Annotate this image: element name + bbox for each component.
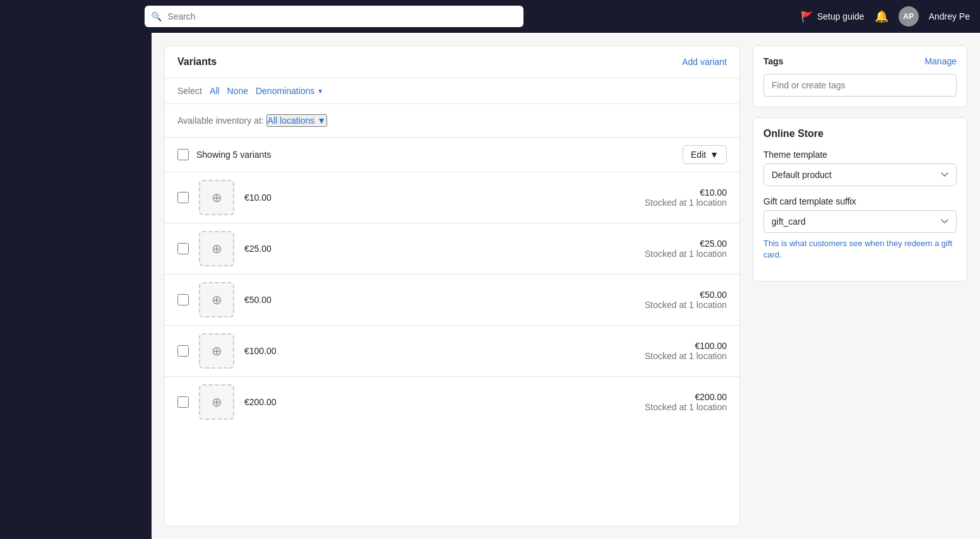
all-button[interactable]: All (210, 86, 220, 96)
image-placeholder-icon: ⊕ (212, 190, 222, 205)
theme-template-select[interactable]: Default product (763, 163, 957, 186)
variants-title: Variants (177, 56, 217, 68)
variant-stock-text-2: Stocked at 1 location (645, 249, 727, 259)
theme-template-group: Theme template Default product (763, 150, 957, 186)
image-placeholder-icon: ⊕ (212, 292, 222, 307)
variant-stock-3: €50.00 Stocked at 1 location (645, 290, 727, 310)
variant-stock-text-5: Stocked at 1 location (645, 402, 727, 412)
variant-image-5[interactable]: ⊕ (199, 384, 234, 420)
content-area: Variants Add variant Select All None Den… (152, 33, 980, 539)
denominations-label: Denominations (256, 86, 314, 96)
setup-guide-button[interactable]: 🚩 Setup guide (801, 11, 864, 23)
showing-text: Showing 5 variants (196, 150, 271, 160)
select-row: Select All None Denominations ▼ (165, 78, 739, 104)
theme-template-label: Theme template (763, 150, 957, 160)
setup-guide-label: Setup guide (817, 11, 864, 21)
variant-stock-2: €25.00 Stocked at 1 location (645, 239, 727, 259)
denominations-button[interactable]: Denominations ▼ (256, 86, 323, 96)
image-placeholder-icon: ⊕ (212, 343, 222, 358)
search-bar-container: 🔍 (145, 6, 523, 27)
variant-price-2: €25.00 (244, 244, 272, 254)
table-row: ⊕ €10.00 €10.00 Stocked at 1 location (165, 172, 739, 223)
inventory-prefix: Available inventory at: (177, 116, 264, 126)
variant-image-2[interactable]: ⊕ (199, 231, 234, 266)
variant-price-3: €50.00 (244, 295, 272, 305)
variant-stock-text-4: Stocked at 1 location (645, 351, 727, 361)
showing-row: Showing 5 variants Edit ▼ (165, 138, 739, 172)
top-navigation: 🔍 🚩 Setup guide 🔔 AP Andrey Pe (0, 0, 980, 33)
gift-card-hint: This is what customers see when they red… (763, 238, 957, 261)
tags-card: Tags Manage (753, 45, 967, 107)
variant-stock-1: €10.00 Stocked at 1 location (645, 187, 727, 208)
right-panel: Tags Manage Online Store Theme template … (753, 45, 967, 526)
main-layout: Variants Add variant Select All None Den… (0, 33, 980, 539)
tags-title: Tags (763, 56, 784, 66)
avatar-initials: AP (903, 12, 914, 21)
variant-price-right-4: €100.00 (645, 341, 727, 351)
variant-checkbox-1[interactable] (177, 192, 189, 203)
bell-icon[interactable]: 🔔 (875, 9, 888, 23)
table-row: ⊕ €50.00 €50.00 Stocked at 1 location (165, 275, 739, 326)
showing-left: Showing 5 variants (177, 149, 271, 160)
select-label: Select (177, 86, 202, 96)
variant-checkbox-2[interactable] (177, 243, 189, 254)
variant-checkbox-5[interactable] (177, 396, 189, 408)
variant-price-4: €100.00 (244, 346, 277, 356)
gift-card-suffix-label: Gift card template suffix (763, 196, 957, 206)
manage-button[interactable]: Manage (924, 56, 957, 66)
tags-input[interactable] (763, 74, 957, 97)
variant-image-1[interactable]: ⊕ (199, 180, 234, 215)
image-placeholder-icon: ⊕ (212, 241, 222, 256)
variant-stock-text-3: Stocked at 1 location (645, 300, 727, 310)
variant-price-right-5: €200.00 (645, 392, 727, 402)
variants-header: Variants Add variant (165, 46, 739, 78)
none-button[interactable]: None (227, 86, 248, 96)
edit-label: Edit (691, 150, 706, 160)
chevron-down-icon: ▼ (710, 150, 719, 160)
online-store-title: Online Store (763, 128, 957, 139)
variant-price-5: €200.00 (244, 397, 277, 407)
nav-right: 🚩 Setup guide 🔔 AP Andrey Pe (801, 6, 970, 27)
variants-list: ⊕ €10.00 €10.00 Stocked at 1 location ⊕ … (165, 172, 739, 427)
chevron-down-icon: ▼ (317, 88, 323, 95)
search-input[interactable] (145, 6, 523, 27)
variant-image-3[interactable]: ⊕ (199, 282, 234, 317)
table-row: ⊕ €25.00 €25.00 Stocked at 1 location (165, 223, 739, 275)
all-locations-button[interactable]: All locations ▼ (266, 114, 328, 127)
variant-price-right-3: €50.00 (645, 290, 727, 300)
variant-checkbox-4[interactable] (177, 345, 189, 357)
variant-stock-4: €100.00 Stocked at 1 location (645, 341, 727, 361)
all-locations-label: All locations (268, 116, 315, 126)
online-store-card: Online Store Theme template Default prod… (753, 117, 967, 281)
edit-button[interactable]: Edit ▼ (683, 145, 727, 164)
main-panel: Variants Add variant Select All None Den… (164, 45, 740, 526)
image-placeholder-icon: ⊕ (212, 394, 222, 410)
table-row: ⊕ €100.00 €100.00 Stocked at 1 location (165, 326, 739, 377)
gift-card-suffix-group: Gift card template suffix gift_card This… (763, 196, 957, 261)
chevron-down-icon: ▼ (317, 116, 326, 126)
variant-price-1: €10.00 (244, 192, 272, 203)
select-all-checkbox[interactable] (177, 149, 189, 160)
variant-image-4[interactable]: ⊕ (199, 333, 234, 369)
search-icon: 🔍 (151, 11, 162, 21)
tags-card-header: Tags Manage (763, 56, 957, 66)
variant-price-right-2: €25.00 (645, 239, 727, 249)
add-variant-button[interactable]: Add variant (682, 57, 727, 67)
variant-price-right-1: €10.00 (645, 187, 727, 198)
variant-stock-5: €200.00 Stocked at 1 location (645, 392, 727, 412)
flag-icon: 🚩 (801, 11, 813, 23)
gift-card-suffix-select[interactable]: gift_card (763, 210, 957, 233)
variant-stock-text-1: Stocked at 1 location (645, 198, 727, 208)
table-row: ⊕ €200.00 €200.00 Stocked at 1 location (165, 377, 739, 427)
variant-checkbox-3[interactable] (177, 294, 189, 305)
sidebar (0, 33, 152, 539)
avatar[interactable]: AP (899, 6, 919, 27)
user-name[interactable]: Andrey Pe (929, 11, 970, 21)
inventory-row: Available inventory at: All locations ▼ (165, 104, 739, 138)
